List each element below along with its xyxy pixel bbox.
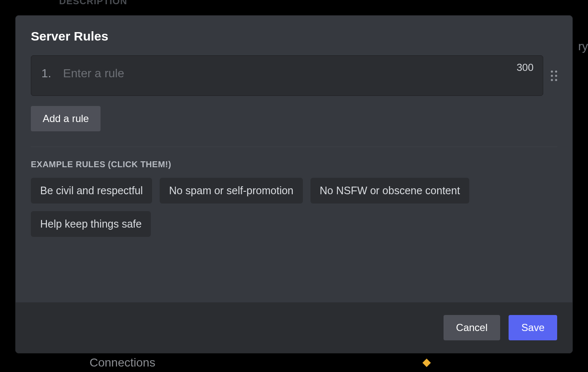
- server-rules-modal: Server Rules 1. 300 Add a rule EXAMPLE R…: [15, 15, 573, 353]
- modal-footer: Cancel Save: [16, 302, 572, 353]
- example-rule-chip[interactable]: No NSFW or obscene content: [310, 178, 469, 204]
- example-rule-chip[interactable]: Help keep things safe: [31, 211, 151, 237]
- drag-handle-icon[interactable]: [551, 67, 557, 84]
- backdrop-description-label: DESCRIPTION: [59, 0, 127, 7]
- rule-input[interactable]: [63, 66, 533, 81]
- rule-row: 1. 300: [31, 55, 557, 96]
- divider: [31, 147, 557, 147]
- add-rule-button[interactable]: Add a rule: [31, 106, 101, 131]
- example-rule-chip[interactable]: No spam or self-promotion: [160, 178, 303, 204]
- backdrop-right-fragment: ry: [578, 40, 588, 53]
- backdrop-star-icon: ◆: [422, 356, 431, 369]
- save-button[interactable]: Save: [509, 315, 557, 340]
- modal-title: Server Rules: [31, 29, 557, 43]
- rule-input-container[interactable]: 1. 300: [31, 55, 543, 96]
- backdrop-connections-label: Connections: [90, 356, 155, 369]
- rule-number: 1.: [41, 66, 51, 81]
- example-rules-heading: EXAMPLE RULES (CLICK THEM!): [31, 160, 557, 169]
- modal-body: Server Rules 1. 300 Add a rule EXAMPLE R…: [16, 16, 572, 302]
- example-rules-container: Be civil and respectful No spam or self-…: [31, 178, 557, 237]
- char-count: 300: [517, 62, 534, 73]
- example-rule-chip[interactable]: Be civil and respectful: [31, 178, 152, 204]
- cancel-button[interactable]: Cancel: [444, 315, 501, 340]
